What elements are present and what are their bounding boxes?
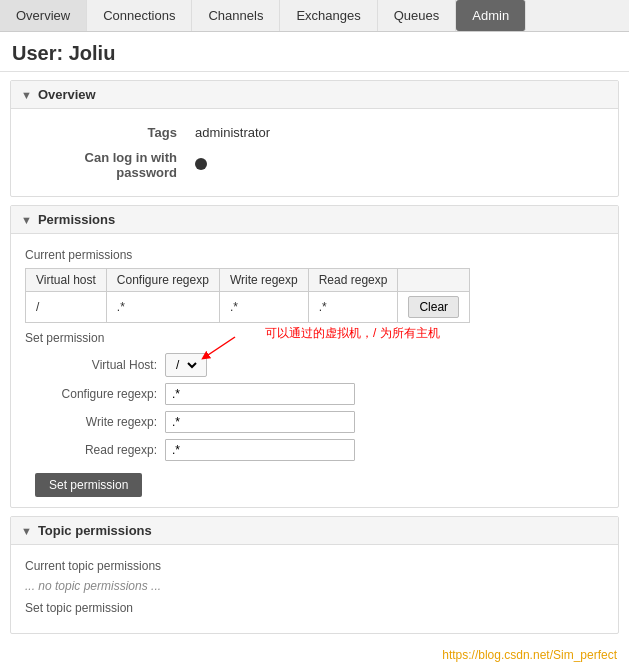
top-navigation: Overview Connections Channels Exchanges … — [0, 0, 629, 32]
current-permissions-label: Current permissions — [25, 248, 604, 262]
permissions-table-header-row: Virtual host Configure regexp Write rege… — [26, 269, 470, 292]
permissions-section: ▼ Permissions Current permissions Virtua… — [10, 205, 619, 508]
tags-row: Tags administrator — [27, 121, 602, 144]
nav-exchanges[interactable]: Exchanges — [280, 0, 377, 31]
no-topic-perms: ... no topic permissions ... — [25, 579, 604, 593]
permissions-table: Virtual host Configure regexp Write rege… — [25, 268, 470, 323]
col-read: Read regexp — [308, 269, 398, 292]
overview-section-body: Tags administrator Can log in with passw… — [11, 109, 618, 196]
clear-button[interactable]: Clear — [408, 296, 459, 318]
topic-permissions-section: ▼ Topic permissions Current topic permis… — [10, 516, 619, 634]
permissions-table-body: / .* .* .* Clear — [26, 292, 470, 323]
set-topic-label: Set topic permission — [25, 601, 604, 615]
write-regexp-label: Write regexp: — [35, 415, 165, 429]
annotation-text: 可以通过的虚拟机，/ 为所有主机 — [265, 325, 440, 342]
topic-section-header[interactable]: ▼ Topic permissions — [11, 517, 618, 545]
set-permission-btn-container: Set permission — [25, 469, 604, 497]
overview-section-title: Overview — [38, 87, 96, 102]
overview-table: Tags administrator Can log in with passw… — [25, 119, 604, 186]
read-regexp-input[interactable] — [165, 439, 355, 461]
permissions-arrow-icon: ▼ — [21, 214, 32, 226]
write-regexp-input[interactable] — [165, 411, 355, 433]
can-login-row: Can log in with password — [27, 146, 602, 184]
topic-section-title: Topic permissions — [38, 523, 152, 538]
vhost-form-row: Virtual Host: / 可以通过的虚拟机，/ 为所有主机 — [25, 353, 604, 377]
col-vhost: Virtual host — [26, 269, 107, 292]
set-permission-button[interactable]: Set permission — [35, 473, 142, 497]
topic-arrow-icon: ▼ — [21, 525, 32, 537]
can-login-label: Can log in with password — [27, 146, 187, 184]
nav-overview[interactable]: Overview — [0, 0, 87, 31]
footer-link[interactable]: https://blog.csdn.net/Sim_perfect — [442, 648, 617, 662]
permissions-section-header[interactable]: ▼ Permissions — [11, 206, 618, 234]
vhost-label: Virtual Host: — [35, 358, 165, 372]
svg-line-1 — [205, 337, 235, 357]
row-read: .* — [308, 292, 398, 323]
permissions-section-body: Current permissions Virtual host Configu… — [11, 234, 618, 507]
annotation-container: 可以通过的虚拟机，/ 为所有主机 — [235, 325, 440, 342]
configure-regexp-label: Configure regexp: — [35, 387, 165, 401]
vhost-row-container: Virtual Host: / 可以通过的虚拟机，/ 为所有主机 — [25, 353, 604, 377]
page-title-prefix: User: — [12, 42, 69, 64]
nav-queues[interactable]: Queues — [378, 0, 457, 31]
overview-section-header[interactable]: ▼ Overview — [11, 81, 618, 109]
write-regexp-row: Write regexp: — [25, 411, 604, 433]
topic-section-body: Current topic permissions ... no topic p… — [11, 545, 618, 633]
annotation-arrow-icon — [195, 335, 245, 363]
tags-value: administrator — [189, 121, 602, 144]
nav-connections[interactable]: Connections — [87, 0, 192, 31]
page-title: User: Joliu — [0, 32, 629, 72]
login-dot-icon — [195, 158, 207, 170]
col-configure: Configure regexp — [106, 269, 219, 292]
configure-regexp-input[interactable] — [165, 383, 355, 405]
current-topic-label: Current topic permissions — [25, 559, 604, 573]
table-row: / .* .* .* Clear — [26, 292, 470, 323]
footer: https://blog.csdn.net/Sim_perfect — [0, 642, 629, 662]
nav-channels[interactable]: Channels — [192, 0, 280, 31]
vhost-select-container: / 可以通过的虚拟机，/ 为所有主机 — [165, 353, 207, 377]
configure-regexp-row: Configure regexp: — [25, 383, 604, 405]
col-actions — [398, 269, 470, 292]
nav-admin[interactable]: Admin — [456, 0, 526, 31]
overview-section: ▼ Overview Tags administrator Can log in… — [10, 80, 619, 197]
page-title-user: Joliu — [69, 42, 116, 64]
permissions-table-head: Virtual host Configure regexp Write rege… — [26, 269, 470, 292]
col-write: Write regexp — [219, 269, 308, 292]
row-write: .* — [219, 292, 308, 323]
read-regexp-label: Read regexp: — [35, 443, 165, 457]
tags-label: Tags — [27, 121, 187, 144]
row-configure: .* — [106, 292, 219, 323]
read-regexp-row: Read regexp: — [25, 439, 604, 461]
row-vhost: / — [26, 292, 107, 323]
permissions-section-title: Permissions — [38, 212, 115, 227]
can-login-value — [189, 146, 602, 184]
overview-arrow-icon: ▼ — [21, 89, 32, 101]
row-clear: Clear — [398, 292, 470, 323]
